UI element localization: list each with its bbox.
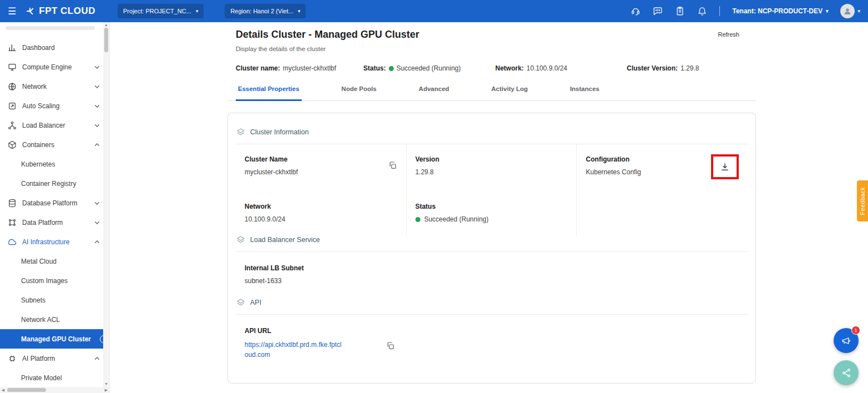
sidebar-vertical-scrollbar[interactable]: ▲ ▼ (103, 22, 109, 387)
chevron-up-icon (93, 354, 101, 363)
sidebar-item-label: Custom Images (21, 277, 101, 285)
clipboard-icon[interactable] (675, 6, 685, 16)
sidebar-item-metal-cloud[interactable]: Metal Cloud (0, 251, 109, 271)
sidebar-item-ai-infrastructure[interactable]: AI Infrastructure (0, 232, 109, 251)
tab-essential-properties[interactable]: Essential Properties (236, 85, 302, 101)
sidebar-item-container-registry[interactable]: Container Registry (0, 174, 109, 193)
user-menu[interactable]: ▾ (840, 4, 860, 18)
sidebar-item-label: Container Registry (21, 180, 101, 188)
section-load-balancer-service: Load Balancer Service (228, 235, 755, 244)
status-dot-icon (389, 66, 394, 71)
sidebar-horizontal-scrollbar[interactable]: ◀ ▶ (0, 387, 109, 393)
containers-icon (8, 140, 17, 149)
sidebar-item-label: Subnets (21, 296, 101, 304)
sidebar-item-label: Compute Engine (22, 63, 87, 71)
load-balancer-icon (8, 121, 17, 130)
sidebar-item-label: Data Platform (22, 219, 87, 226)
scroll-up-arrow-icon[interactable]: ▲ (103, 22, 109, 28)
sidebar-item-managed-gpu-cluster[interactable]: Managed GPU Cluster beta (0, 329, 109, 349)
sidebar-item-label: AI Platform (22, 355, 87, 362)
chevron-down-icon: ▾ (826, 9, 829, 14)
section-title: Cluster Information (250, 128, 309, 136)
download-kubeconfig-button[interactable] (711, 154, 739, 179)
scroll-down-arrow-icon[interactable]: ▼ (103, 381, 109, 387)
sidebar: Dashboard Compute Engine Network Auto Sc… (0, 22, 110, 393)
sidebar-item-private-model[interactable]: Private Model (0, 368, 109, 387)
chevron-down-icon: ▾ (196, 9, 199, 14)
project-selector[interactable]: Project: PROJECT_NC... ▾ (118, 4, 204, 18)
chevron-down-icon: ▾ (298, 9, 301, 14)
sidebar-item-compute-engine[interactable]: Compute Engine (0, 57, 109, 77)
brand-logo[interactable]: FPT CLOUD (25, 6, 95, 17)
layers-icon (236, 235, 245, 244)
region-selector-label: Region: Hanoi 2 (Viet... (230, 8, 293, 14)
sidebar-item-network[interactable]: Network (0, 77, 109, 96)
sidebar-item-containers[interactable]: Containers (0, 135, 109, 154)
fpt-logo-icon (25, 6, 35, 16)
field-label: Configuration (586, 155, 641, 163)
chat-icon[interactable] (653, 6, 663, 16)
compute-engine-icon (8, 63, 17, 72)
sidebar-item-label: Private Model (21, 374, 101, 382)
copy-icon[interactable] (386, 341, 395, 360)
field-value: mycluster-ckhxtlbf (245, 168, 298, 176)
chevron-down-icon (93, 199, 101, 208)
sidebar-item-dashboard[interactable]: Dashboard (0, 38, 109, 57)
summary-network: Network: 10.100.9.0/24 (495, 64, 627, 72)
topbar-divider (719, 6, 720, 16)
auto-scaling-icon (8, 102, 17, 110)
sidebar-item-ai-platform[interactable]: AI Platform (0, 349, 109, 368)
summary-value: Succeeded (Running) (397, 64, 461, 72)
field-label: Internal LB Subnet (245, 264, 755, 272)
sidebar-item-label: Metal Cloud (21, 258, 101, 265)
tab-node-pools[interactable]: Node Pools (339, 85, 379, 100)
refresh-button[interactable]: Refresh (718, 31, 739, 38)
support-icon[interactable] (631, 6, 641, 16)
sidebar-item-kubernetes[interactable]: Kubernetes (0, 154, 109, 174)
field-version: Version 1.29.8 (407, 144, 577, 192)
feedback-label: Feedback (859, 187, 866, 215)
scroll-left-arrow-icon[interactable]: ◀ (0, 388, 6, 392)
ai-assistant-button[interactable] (834, 360, 859, 385)
section-title: Load Balancer Service (250, 236, 320, 244)
tab-instances[interactable]: Instances (568, 85, 602, 100)
scroll-right-arrow-icon[interactable]: ▶ (103, 388, 109, 392)
sidebar-item-load-balancer[interactable]: Load Balancer (0, 115, 109, 135)
tab-advanced[interactable]: Advanced (417, 85, 451, 100)
sidebar-item-label: AI Infrastructure (22, 238, 87, 246)
sidebar-item-label: Containers (22, 141, 87, 149)
sidebar-item-data-platform[interactable]: Data Platform (0, 213, 109, 232)
sidebar-item-database-platform[interactable]: Database Platform (0, 193, 109, 213)
sidebar-item-network-acl[interactable]: Network ACL (0, 310, 109, 329)
scrollbar-thumb[interactable] (104, 28, 108, 52)
scrollbar-thumb[interactable] (7, 388, 46, 392)
feedback-tab[interactable]: Feedback (857, 180, 868, 221)
hamburger-menu-icon[interactable]: ☰ (8, 7, 16, 16)
chevron-down-icon (93, 82, 101, 91)
brand-text: FPT CLOUD (39, 6, 95, 17)
sidebar-item-auto-scaling[interactable]: Auto Scaling (0, 96, 109, 115)
status-dot-icon (415, 217, 420, 222)
notification-badge: 1 (851, 326, 860, 335)
chevron-down-icon (93, 218, 101, 227)
cluster-info-grid: Cluster Name mycluster-ckhxtlbf Version … (236, 144, 748, 235)
copy-icon[interactable] (388, 161, 397, 170)
region-selector[interactable]: Region: Hanoi 2 (Viet... ▾ (225, 4, 306, 18)
data-platform-icon (8, 218, 17, 227)
api-url-link[interactable]: https://api.ckhxtlbf.prd.m.fke.fptcloud.… (245, 340, 344, 360)
chevron-down-icon (93, 102, 101, 110)
sidebar-top-divider (6, 26, 95, 30)
dashboard-icon (8, 43, 17, 52)
field-label: Status (415, 203, 489, 210)
field-value: 1.29.8 (415, 168, 439, 176)
layers-icon (236, 128, 245, 137)
essential-properties-card: Cluster Information Cluster Name myclust… (227, 113, 756, 384)
summary-value: 1.29.8 (681, 64, 699, 72)
tab-activity-log[interactable]: Activity Log (489, 85, 530, 100)
sidebar-item-subnets[interactable]: Subnets (0, 290, 109, 310)
chat-support-button[interactable]: 1 (834, 328, 859, 353)
tenant-selector[interactable]: Tenant: NCP-PRODUCT-DEV ▾ (732, 7, 828, 15)
bell-icon[interactable] (697, 6, 707, 16)
sidebar-item-custom-images[interactable]: Custom Images (0, 271, 109, 290)
network-icon (8, 82, 17, 91)
